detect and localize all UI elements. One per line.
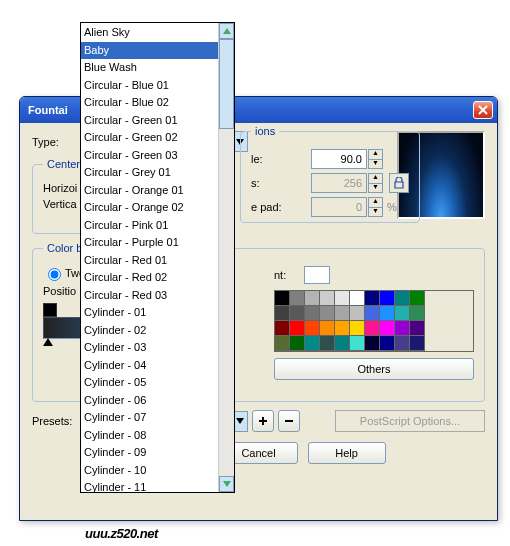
postscript-options-button: PostScript Options... [335,410,485,432]
palette-swatch[interactable] [335,291,350,306]
palette-swatch[interactable] [365,291,380,306]
scroll-up-button[interactable] [219,23,234,39]
dropdown-item[interactable]: Cylinder - 11 [81,479,218,492]
steps-spinner: ▲▼ [368,173,383,193]
palette-swatch[interactable] [275,321,290,336]
dropdown-item[interactable]: Cylinder - 07 [81,409,218,427]
color-palette[interactable] [274,290,474,352]
palette-swatch[interactable] [290,306,305,321]
angle-label: le: [251,153,311,165]
scroll-down-button[interactable] [219,476,234,492]
dropdown-item[interactable]: Cylinder - 09 [81,444,218,462]
dropdown-item[interactable]: Cylinder - 08 [81,427,218,445]
scroll-track[interactable] [219,39,234,476]
palette-swatch[interactable] [320,321,335,336]
palette-swatch[interactable] [275,336,290,351]
palette-swatch[interactable] [305,336,320,351]
dropdown-item[interactable]: Cylinder - 04 [81,357,218,375]
gradient-marker-left[interactable] [43,338,53,346]
palette-swatch[interactable] [320,291,335,306]
dropdown-item[interactable]: Circular - Blue 02 [81,94,218,112]
palette-swatch[interactable] [290,336,305,351]
dropdown-item[interactable]: Baby [81,42,218,60]
dropdown-item[interactable]: Circular - Red 02 [81,269,218,287]
palette-swatch[interactable] [275,291,290,306]
dropdown-item[interactable]: Circular - Green 01 [81,112,218,130]
palette-swatch[interactable] [395,306,410,321]
center-legend: Center [43,158,84,170]
two-color-radio[interactable] [48,268,61,281]
add-preset-button[interactable] [252,410,274,432]
palette-swatch[interactable] [290,291,305,306]
dropdown-item[interactable]: Circular - Pink 01 [81,217,218,235]
palette-swatch[interactable] [335,321,350,336]
palette-swatch[interactable] [380,291,395,306]
close-button[interactable] [473,101,493,119]
palette-swatch[interactable] [365,336,380,351]
palette-swatch[interactable] [380,321,395,336]
help-button[interactable]: Help [308,442,386,464]
dropdown-item[interactable]: Circular - Red 03 [81,287,218,305]
angle-spinner[interactable]: ▲▼ [368,149,383,169]
palette-swatch[interactable] [320,306,335,321]
chevron-up-icon [223,28,231,34]
palette-swatch[interactable] [395,336,410,351]
percent-unit: % [387,201,397,213]
others-button[interactable]: Others [274,358,474,380]
dropdown-item[interactable]: Blue Wash [81,59,218,77]
palette-swatch[interactable] [350,336,365,351]
minus-icon [284,416,294,426]
dropdown-item[interactable]: Alien Sky [81,24,218,42]
dropdown-item[interactable]: Cylinder - 06 [81,392,218,410]
angle-input[interactable] [311,149,367,169]
from-color-swatch[interactable] [43,303,57,317]
palette-swatch[interactable] [290,321,305,336]
palette-swatch[interactable] [380,306,395,321]
dropdown-item[interactable]: Cylinder - 02 [81,322,218,340]
palette-swatch[interactable] [395,321,410,336]
palette-swatch[interactable] [320,336,335,351]
lock-button[interactable] [389,173,409,193]
palette-swatch[interactable] [305,306,320,321]
dropdown-item[interactable]: Cylinder - 10 [81,462,218,480]
palette-swatch[interactable] [275,306,290,321]
palette-swatch[interactable] [365,306,380,321]
palette-swatch[interactable] [305,291,320,306]
edgepad-input [311,197,367,217]
palette-swatch[interactable] [350,306,365,321]
current-color-box[interactable] [304,266,330,284]
palette-swatch[interactable] [350,321,365,336]
dropdown-item[interactable]: Circular - Red 01 [81,252,218,270]
palette-swatch[interactable] [350,291,365,306]
dropdown-item[interactable]: Cylinder - 03 [81,339,218,357]
dropdown-item[interactable]: Circular - Green 02 [81,129,218,147]
edgepad-spinner: ▲▼ [368,197,383,217]
presets-dropdown-list[interactable]: Alien SkyBabyBlue WashCircular - Blue 01… [80,22,235,493]
close-icon [478,105,488,115]
remove-preset-button[interactable] [278,410,300,432]
scroll-thumb[interactable] [219,39,234,129]
dropdown-item[interactable]: Circular - Green 03 [81,147,218,165]
palette-swatch[interactable] [410,291,425,306]
dropdown-item[interactable]: Circular - Purple 01 [81,234,218,252]
watermark-text: uuu.z520.net [85,526,158,541]
type-label: Type: [32,136,80,148]
palette-swatch[interactable] [410,336,425,351]
palette-swatch[interactable] [380,336,395,351]
palette-swatch[interactable] [305,321,320,336]
scrollbar[interactable] [218,23,234,492]
dropdown-item[interactable]: Circular - Orange 01 [81,182,218,200]
palette-swatch[interactable] [335,336,350,351]
steps-input [311,173,367,193]
palette-swatch[interactable] [365,321,380,336]
palette-swatch[interactable] [410,321,425,336]
current-label: nt: [274,269,300,281]
dropdown-item[interactable]: Cylinder - 05 [81,374,218,392]
dropdown-item[interactable]: Circular - Orange 02 [81,199,218,217]
dropdown-item[interactable]: Circular - Grey 01 [81,164,218,182]
dropdown-item[interactable]: Circular - Blue 01 [81,77,218,95]
palette-swatch[interactable] [395,291,410,306]
palette-swatch[interactable] [410,306,425,321]
palette-swatch[interactable] [335,306,350,321]
dropdown-item[interactable]: Cylinder - 01 [81,304,218,322]
